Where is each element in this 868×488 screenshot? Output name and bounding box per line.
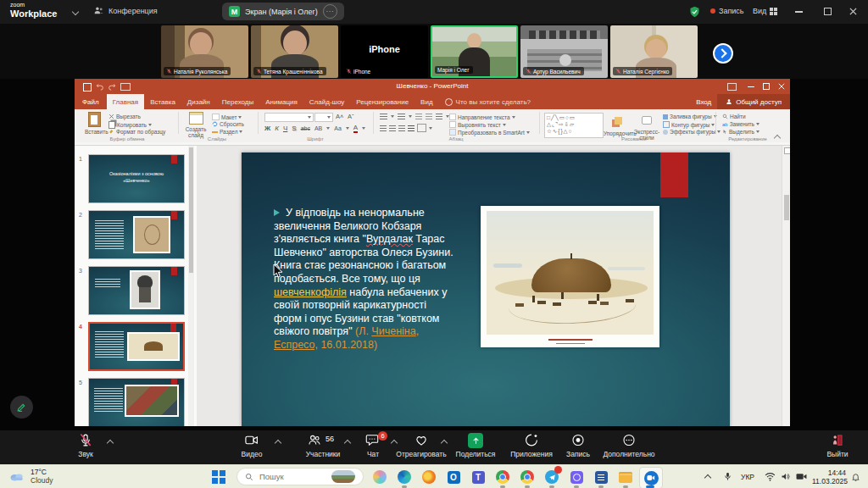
align-left-icon[interactable]	[380, 125, 387, 131]
mic-muted-icon[interactable]	[79, 433, 93, 447]
share-screen-icon[interactable]	[468, 433, 483, 448]
slide-image[interactable]	[481, 206, 659, 347]
participant-tile[interactable]: iPhone iPhone	[341, 25, 428, 78]
react-options-chevron[interactable]	[441, 440, 448, 446]
next-participants-button[interactable]	[713, 43, 733, 64]
record-icon[interactable]	[571, 433, 586, 447]
video-button[interactable]: Видео	[242, 450, 263, 458]
slide-thumbnail-4-selected[interactable]	[88, 322, 185, 371]
react-heart-icon[interactable]	[415, 433, 429, 447]
ppt-restore-button[interactable]	[763, 83, 770, 90]
participant-tile[interactable]: Наталія Руколянська	[161, 25, 248, 78]
strikethrough-button[interactable]: abc	[301, 125, 310, 131]
select-button[interactable]: Выделить	[722, 129, 760, 135]
viber-icon[interactable]	[567, 468, 586, 486]
video-options-chevron[interactable]	[275, 440, 281, 446]
replace-button[interactable]: abЗаменить	[722, 121, 760, 127]
search-input[interactable]	[258, 471, 327, 482]
grow-font-button[interactable]: А˄	[336, 113, 343, 120]
underline-button[interactable]: Ч	[283, 125, 287, 132]
start-button[interactable]	[209, 468, 228, 486]
columns-icon[interactable]	[417, 124, 426, 132]
outlook-icon[interactable]: O	[444, 468, 463, 486]
numbering-icon[interactable]	[398, 114, 405, 119]
ppt-minimize-button[interactable]	[748, 86, 754, 87]
slide-thumbnail-2[interactable]	[88, 210, 185, 259]
participants-icon[interactable]	[308, 433, 322, 447]
tab-animations[interactable]: Анимация	[259, 94, 303, 109]
slide-thumbnail-3[interactable]	[88, 266, 185, 315]
hyperlink[interactable]: Еспресо,	[274, 339, 318, 351]
file-explorer-icon[interactable]	[616, 468, 635, 486]
italic-button[interactable]: К	[275, 125, 279, 132]
main-scrollbar[interactable]	[782, 146, 790, 426]
firefox-icon[interactable]	[420, 468, 438, 486]
chrome-icon[interactable]	[493, 468, 512, 486]
new-slide-button[interactable]: Создать слайд	[183, 112, 209, 138]
security-shield-icon[interactable]	[688, 5, 701, 19]
view-button[interactable]: Вид	[753, 7, 777, 15]
more-options-icon[interactable]: ···	[323, 4, 337, 19]
react-button[interactable]: Отреагировать	[396, 450, 446, 458]
slide-thumbnail-5[interactable]	[88, 378, 185, 426]
sign-in-button[interactable]: Вход	[690, 94, 717, 109]
chevron-down-icon[interactable]	[72, 8, 79, 15]
line-spacing-icon[interactable]	[436, 114, 442, 119]
tab-slideshow[interactable]: Слайд-шоу	[303, 94, 350, 109]
smartart-button[interactable]: Преобразовать в SmartArt	[449, 129, 530, 136]
chrome-icon-2[interactable]	[518, 468, 537, 486]
slide-thumbnail-1[interactable]: Оказіоналізми з основою «Шевченко»	[88, 154, 185, 203]
participants-button[interactable]: Участники	[306, 450, 341, 458]
char-spacing-button[interactable]: АВ	[314, 125, 322, 131]
find-button[interactable]: Найти	[722, 114, 746, 119]
tab-design[interactable]: Дизайн	[181, 94, 216, 109]
shapes-gallery[interactable]: □╱╲▭○▭△⌞⌝⇨⇩▱☆∿{}△○	[544, 113, 604, 138]
audio-button[interactable]: Звук	[78, 450, 92, 458]
format-painter-button[interactable]: Формат по образцу	[108, 129, 165, 135]
bold-button[interactable]: Ж	[264, 125, 270, 132]
tray-camera-icon[interactable]	[796, 472, 807, 481]
change-case-button[interactable]: Aa	[334, 125, 342, 131]
arrange-button[interactable]: Упорядочить	[604, 113, 632, 136]
tray-mic-icon[interactable]	[723, 471, 732, 482]
clock[interactable]: 14:44 11.03.2025	[812, 469, 846, 485]
align-right-icon[interactable]	[398, 125, 405, 131]
slide-body-text[interactable]: У відповідь на ненормальне звеличення Ве…	[274, 207, 453, 352]
current-slide[interactable]: У відповідь на ненормальне звеличення Ве…	[242, 152, 730, 426]
section-button[interactable]: Раздел	[212, 129, 242, 135]
tab-insert[interactable]: Вставка	[144, 94, 181, 109]
participant-tile[interactable]: Артур Васильевич	[520, 25, 608, 78]
justify-icon[interactable]	[408, 125, 415, 131]
align-text-button[interactable]: Выровнять текст	[449, 121, 506, 128]
indent-increase-icon[interactable]	[426, 114, 432, 119]
shape-effects-button[interactable]: Эффекты фигуры	[663, 129, 721, 135]
bullets-icon[interactable]	[380, 114, 387, 119]
text-shadow-button[interactable]: S	[292, 125, 296, 132]
chat-options-chevron[interactable]	[391, 440, 398, 446]
screen-share-tab[interactable]: M Экран (Марія і Олег) ···	[222, 3, 344, 20]
leave-icon[interactable]	[831, 433, 845, 447]
participant-tile-active[interactable]: Марія і Олег	[431, 25, 518, 78]
text-direction-button[interactable]: Направление текста	[449, 114, 515, 120]
annotate-button[interactable]	[10, 396, 33, 419]
chat-button[interactable]: Чат	[367, 450, 379, 458]
copy-button[interactable]: Копировать	[108, 121, 152, 129]
participant-tile[interactable]: Наталія Сергієнко	[610, 25, 698, 78]
copilot-icon[interactable]	[370, 468, 389, 486]
hyperlink[interactable]: шевченкофілія	[274, 286, 347, 298]
font-color-button[interactable]: А	[353, 124, 358, 133]
minimize-button[interactable]	[795, 11, 803, 13]
ribbon-display-options-icon[interactable]	[727, 83, 737, 91]
font-size-select[interactable]	[314, 113, 333, 122]
hyperlink[interactable]: Чиченіна	[371, 325, 415, 337]
tab-transitions[interactable]: Переходы	[216, 94, 260, 109]
tab-view[interactable]: Вид	[415, 94, 438, 109]
wifi-icon[interactable]	[765, 472, 776, 481]
ppt-close-button[interactable]	[778, 83, 785, 90]
shape-fill-button[interactable]: Заливка фигуры	[663, 114, 717, 119]
tab-file[interactable]: Файл	[75, 94, 107, 109]
share-document-button[interactable]: Общий доступ	[717, 94, 790, 109]
tell-me-box[interactable]: Что вы хотите сделать?	[439, 94, 537, 109]
shape-outline-button[interactable]: Контур фигуры	[663, 121, 715, 128]
audio-options-chevron[interactable]	[107, 440, 114, 446]
